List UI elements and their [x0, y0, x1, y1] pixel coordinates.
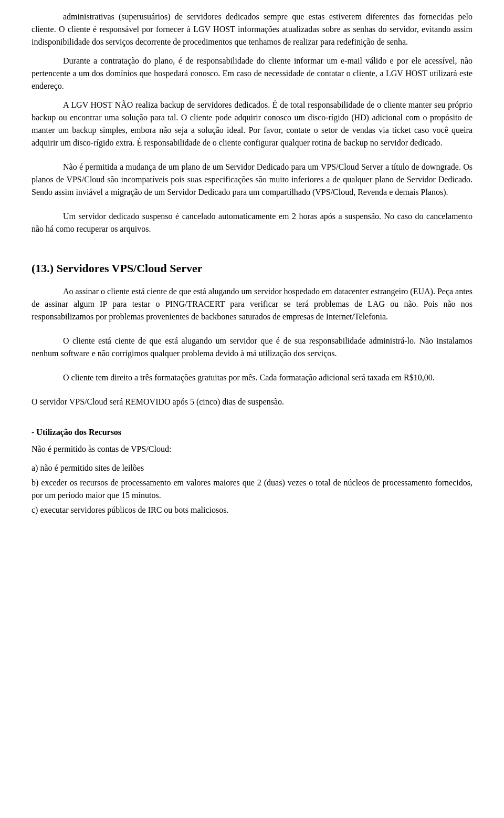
paragraph-1: administrativas (superusuários) de servi…	[32, 11, 472, 48]
paragraph-5: Um servidor dedicado suspenso é cancelad…	[32, 210, 472, 235]
paragraph-4: Não é permitida a mudança de um plano de…	[32, 161, 472, 199]
section-13-paragraph-1: Ao assinar o cliente está ciente de que …	[32, 285, 472, 323]
section-13-paragraph-3: O cliente tem direito a três formatações…	[32, 371, 472, 384]
list-item-c: c) executar servidores públicos de IRC o…	[32, 504, 472, 516]
paragraph-3: A LGV HOST NÃO realiza backup de servido…	[32, 99, 472, 149]
main-content: administrativas (superusuários) de servi…	[32, 11, 472, 516]
section-13-paragraph-2: O cliente está ciente de que está alugan…	[32, 335, 472, 360]
section-13-heading: (13.) Servidores VPS/Cloud Server	[32, 260, 472, 277]
paragraph-2: Durante a contratação do plano, é de res…	[32, 55, 472, 92]
list-item-b: b) exceder os recursos de processamento …	[32, 477, 472, 502]
list-item-a: a) não é permitido sites de leilões	[32, 462, 472, 474]
section-13-paragraph-4: O servidor VPS/Cloud será REMOVIDO após …	[32, 396, 472, 408]
restriction-heading: Não é permitido às contas de VPS/Cloud:	[32, 443, 472, 455]
subheading-recursos: - Utilização dos Recursos	[32, 426, 472, 439]
